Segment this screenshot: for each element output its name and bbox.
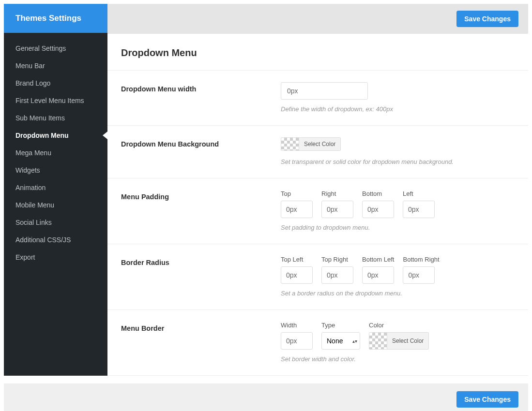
padding-bottom-input[interactable]	[362, 201, 394, 218]
padding-bottom-label: Bottom	[362, 190, 394, 197]
sidebar-item-menu-bar[interactable]: Menu Bar	[4, 57, 107, 74]
radius-br-label: Bottom Right	[403, 256, 439, 263]
sidebar-item-export[interactable]: Export	[4, 249, 107, 266]
sidebar-item-general-settings[interactable]: General Settings	[4, 40, 107, 57]
save-button[interactable]: Save Changes	[456, 11, 518, 27]
sidebar-title: Themes Settings	[4, 4, 107, 33]
setting-dropdown-background: Dropdown Menu Background Select Color Se…	[107, 126, 528, 178]
dropdown-width-input[interactable]	[281, 82, 368, 100]
sidebar-item-animation[interactable]: Animation	[4, 179, 107, 196]
background-color-picker[interactable]: Select Color	[281, 137, 341, 151]
footer: Save Changes	[4, 383, 528, 411]
hint-radius: Set a border radius on the dropdown menu…	[281, 290, 515, 297]
hint-background: Set transparent or solid color for dropd…	[281, 158, 515, 165]
sidebar-nav: General Settings Menu Bar Brand Logo Fir…	[4, 33, 107, 273]
content: Dropdown Menu Dropdown Menu width Define…	[107, 34, 528, 376]
setting-menu-border: Menu Border Width Type None	[107, 310, 528, 376]
sidebar-item-sub-menu-items[interactable]: Sub Menu Items	[4, 109, 107, 127]
topbar: Save Changes	[107, 4, 528, 34]
padding-left-input[interactable]	[403, 201, 435, 218]
radius-br-input[interactable]	[403, 266, 435, 284]
border-width-label: Width	[281, 322, 313, 329]
padding-top-label: Top	[281, 190, 313, 197]
hint-border: Set border width and color.	[281, 355, 515, 363]
sidebar-item-brand-logo[interactable]: Brand Logo	[4, 74, 107, 92]
setting-label-background: Dropdown Menu Background	[121, 137, 281, 165]
sidebar-item-mobile-menu[interactable]: Mobile Menu	[4, 196, 107, 214]
sidebar-item-mega-menu[interactable]: Mega Menu	[4, 144, 107, 161]
select-color-label: Select Color	[387, 333, 428, 349]
border-color-picker[interactable]: Select Color	[369, 332, 429, 350]
border-color-label: Color	[369, 322, 429, 329]
page-title: Dropdown Menu	[107, 34, 528, 71]
select-color-label: Select Color	[299, 138, 340, 150]
radius-bl-input[interactable]	[362, 266, 394, 284]
radius-tl-input[interactable]	[281, 266, 313, 284]
padding-left-label: Left	[403, 190, 435, 197]
border-type-label: Type	[321, 322, 360, 329]
radius-tr-label: Top Right	[321, 256, 353, 263]
transparent-swatch-icon	[369, 333, 387, 349]
setting-label-border: Menu Border	[121, 322, 281, 363]
border-width-input[interactable]	[281, 332, 313, 350]
radius-tr-input[interactable]	[321, 266, 353, 284]
sidebar: Themes Settings General Settings Menu Ba…	[4, 4, 107, 376]
sidebar-item-social-links[interactable]: Social Links	[4, 214, 107, 231]
padding-top-input[interactable]	[281, 201, 313, 218]
setting-menu-padding: Menu Padding Top Right Bottom	[107, 178, 528, 244]
sidebar-item-widgets[interactable]: Widgets	[4, 161, 107, 179]
padding-right-input[interactable]	[321, 201, 353, 218]
padding-right-label: Right	[321, 190, 353, 197]
save-button-footer[interactable]: Save Changes	[456, 391, 518, 408]
setting-label-radius: Border Radius	[121, 256, 281, 297]
setting-border-radius: Border Radius Top Left Top Right Bottom …	[107, 244, 528, 310]
transparent-swatch-icon	[281, 138, 299, 150]
border-type-select[interactable]: None	[321, 332, 360, 350]
radius-bl-label: Bottom Left	[362, 256, 394, 263]
hint-width: Define the width of dropdown, ex: 400px	[281, 105, 515, 113]
setting-label-padding: Menu Padding	[121, 190, 281, 231]
setting-label-width: Dropdown Menu width	[121, 82, 281, 113]
sidebar-item-dropdown-menu[interactable]: Dropdown Menu	[4, 127, 107, 144]
hint-padding: Set padding to dropdown menu.	[281, 224, 515, 231]
sidebar-item-first-level-menu-items[interactable]: First Level Menu Items	[4, 92, 107, 109]
main: Save Changes Dropdown Menu Dropdown Menu…	[107, 4, 528, 376]
sidebar-item-additional-css-js[interactable]: Additional CSS/JS	[4, 231, 107, 249]
radius-tl-label: Top Left	[281, 256, 313, 263]
setting-dropdown-width: Dropdown Menu width Define the width of …	[107, 71, 528, 126]
